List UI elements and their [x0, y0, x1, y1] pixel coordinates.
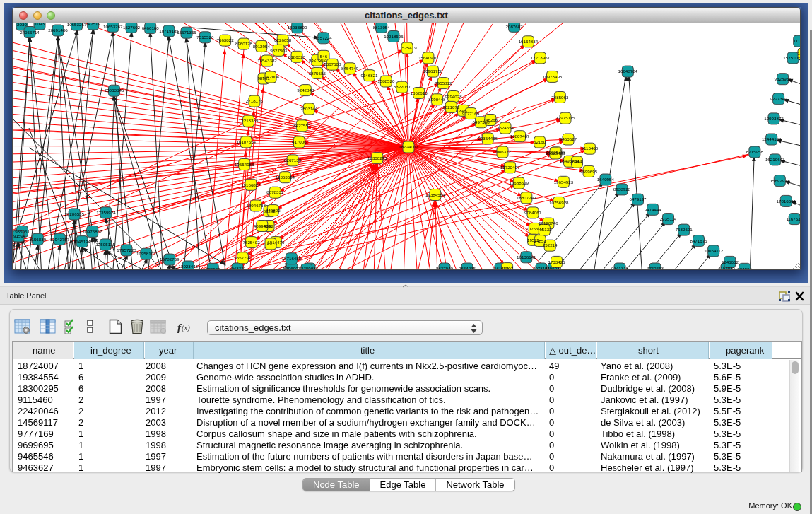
svg-text:25053346: 25053346 — [105, 88, 124, 93]
svg-text:8938928: 8938928 — [613, 187, 631, 192]
svg-text:8471676: 8471676 — [690, 238, 707, 243]
svg-text:10807487: 10807487 — [510, 134, 530, 139]
svg-text:61207: 61207 — [501, 266, 514, 270]
svg-text:2654235: 2654235 — [459, 266, 476, 270]
svg-text:12213967: 12213967 — [531, 55, 551, 60]
svg-text:8960128: 8960128 — [235, 41, 253, 46]
svg-text:16782759: 16782759 — [160, 257, 180, 262]
svg-text:9794028: 9794028 — [445, 94, 463, 99]
svg-text:8215958: 8215958 — [746, 149, 764, 154]
svg-text:4752553: 4752553 — [647, 266, 664, 270]
svg-text:7515526: 7515526 — [196, 35, 214, 40]
svg-text:2342004: 2342004 — [262, 74, 280, 79]
svg-text:746266: 746266 — [483, 117, 498, 122]
svg-text:8444: 8444 — [572, 159, 582, 164]
svg-text:19384554: 19384554 — [425, 192, 445, 197]
svg-text:19218506: 19218506 — [384, 34, 404, 39]
svg-text:2367608: 2367608 — [324, 62, 341, 66]
svg-text:1362615: 1362615 — [411, 90, 428, 95]
svg-text:6479197: 6479197 — [629, 197, 647, 201]
svg-text:8427552: 8427552 — [293, 123, 311, 128]
svg-text:24055714: 24055714 — [20, 30, 40, 35]
svg-text:16136141: 16136141 — [517, 255, 536, 259]
svg-text:86040: 86040 — [300, 267, 313, 271]
svg-text:10973493: 10973493 — [543, 74, 563, 79]
svg-text:10654112: 10654112 — [704, 248, 724, 253]
svg-text:12923445: 12923445 — [179, 264, 199, 269]
svg-text:17957223: 17957223 — [117, 247, 136, 252]
svg-text:4192832: 4192832 — [718, 266, 736, 270]
svg-text:8226058: 8226058 — [274, 37, 292, 42]
svg-text:17016504: 17016504 — [777, 199, 796, 204]
svg-text:16543382: 16543382 — [257, 58, 277, 63]
svg-text:3875685: 3875685 — [309, 71, 326, 76]
svg-text:8678332: 8678332 — [266, 189, 284, 194]
svg-text:15720407: 15720407 — [500, 165, 520, 170]
svg-text:19654923: 19654923 — [554, 180, 574, 185]
svg-text:9777169: 9777169 — [462, 111, 480, 116]
svg-text:10719185: 10719185 — [159, 28, 179, 33]
svg-text:7632621: 7632621 — [676, 227, 693, 232]
svg-text:9242848: 9242848 — [297, 88, 314, 93]
svg-text:20206535: 20206535 — [64, 211, 84, 216]
svg-text:12942757: 12942757 — [50, 237, 70, 242]
svg-text:8196001: 8196001 — [283, 266, 301, 270]
svg-text:62160: 62160 — [534, 139, 546, 144]
svg-text:1640954: 1640954 — [597, 177, 615, 182]
svg-text:9146821: 9146821 — [360, 73, 378, 78]
svg-text:2935114: 2935114 — [660, 216, 677, 221]
svg-text:16120746: 16120746 — [539, 221, 558, 226]
svg-text:2030: 2030 — [17, 23, 27, 27]
svg-text:10961758: 10961758 — [423, 69, 443, 74]
svg-text:10975857: 10975857 — [83, 229, 102, 234]
svg-text:8454749: 8454749 — [341, 66, 359, 71]
svg-text:8267130: 8267130 — [284, 158, 302, 163]
svg-text:449822: 449822 — [266, 208, 281, 213]
svg-text:10653267: 10653267 — [103, 24, 123, 29]
svg-text:13220: 13220 — [797, 51, 801, 56]
svg-text:17359924: 17359924 — [96, 210, 116, 215]
svg-text:6466160: 6466160 — [142, 25, 160, 30]
svg-text:924504: 924504 — [737, 267, 752, 271]
svg-text:9463627: 9463627 — [560, 136, 577, 141]
svg-text:19166827: 19166827 — [241, 182, 261, 187]
svg-text:11125: 11125 — [794, 38, 801, 43]
svg-text:1093: 1093 — [35, 23, 45, 26]
svg-text:8637940: 8637940 — [436, 266, 454, 270]
svg-text:9328966: 9328966 — [775, 76, 792, 81]
svg-text:7357224: 7357224 — [315, 35, 333, 40]
svg-text:7663822: 7663822 — [217, 37, 235, 42]
svg-text:10025488: 10025488 — [546, 151, 565, 156]
svg-text:10688609: 10688609 — [509, 180, 529, 185]
svg-text:8990448: 8990448 — [428, 97, 446, 102]
svg-text:16671355: 16671355 — [177, 30, 196, 35]
svg-text:0341316: 0341316 — [611, 266, 629, 270]
svg-text:15692971: 15692971 — [770, 178, 790, 183]
svg-text:1527602: 1527602 — [123, 25, 141, 30]
svg-text:7625402: 7625402 — [243, 240, 261, 245]
svg-text:7485063: 7485063 — [551, 95, 569, 100]
svg-text:9227349: 9227349 — [770, 96, 788, 101]
svg-text:1733426: 1733426 — [548, 259, 565, 264]
svg-text:10046738: 10046738 — [246, 203, 266, 208]
svg-text:18300295: 18300295 — [367, 156, 387, 160]
svg-text:1621072: 1621072 — [442, 105, 460, 110]
svg-text:9084067: 9084067 — [524, 210, 542, 215]
svg-text:15640910: 15640910 — [418, 55, 438, 60]
svg-text:7986372: 7986372 — [494, 149, 512, 154]
svg-text:9245652: 9245652 — [722, 259, 739, 264]
svg-text:10958107: 10958107 — [136, 251, 156, 256]
svg-text:1588520: 1588520 — [377, 78, 395, 83]
svg-text:1167534: 1167534 — [786, 216, 801, 221]
svg-text:15716485: 15716485 — [282, 256, 302, 261]
svg-text:391594: 391594 — [13, 233, 26, 238]
svg-text:11353594: 11353594 — [276, 175, 295, 180]
svg-text:252214: 252214 — [543, 243, 558, 247]
svg-text:20691406: 20691406 — [48, 28, 68, 33]
svg-text:18807249: 18807249 — [517, 195, 536, 200]
svg-text:1043321: 1043321 — [229, 266, 247, 270]
svg-text:16107554: 16107554 — [237, 139, 257, 144]
svg-text:16033809: 16033809 — [288, 25, 307, 30]
svg-text:7955812: 7955812 — [435, 81, 452, 86]
svg-text:924502: 924502 — [206, 267, 220, 271]
